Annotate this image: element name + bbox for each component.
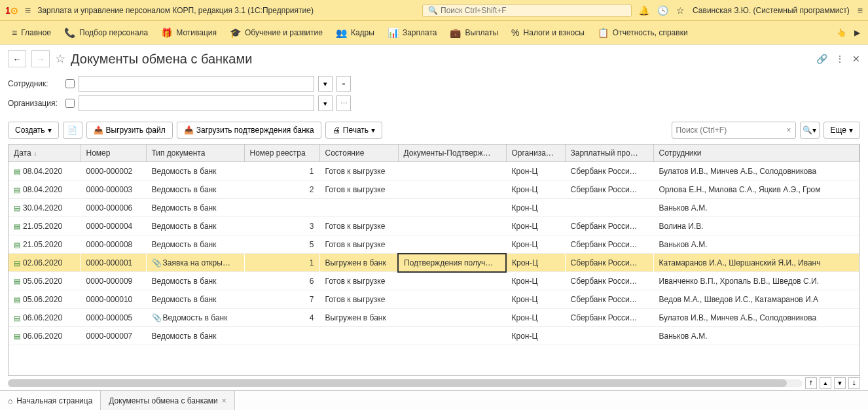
cell-employees[interactable]: Ведов М.А., Шведов И.С., Катамаранов И.А bbox=[653, 290, 859, 309]
cell-docs[interactable] bbox=[398, 272, 506, 290]
cell-registry[interactable]: 3 bbox=[244, 217, 319, 235]
cell-date[interactable]: ▤08.04.2020 bbox=[9, 162, 81, 180]
user-label[interactable]: Савинская З.Ю. (Системный программист) bbox=[693, 6, 850, 15]
cell-registry[interactable]: 6 bbox=[244, 272, 319, 290]
history-icon[interactable]: 🕓 bbox=[657, 5, 668, 16]
cell-state[interactable]: Готов к выгрузке bbox=[319, 180, 398, 199]
column-header[interactable]: Документы-Подтверж… bbox=[398, 145, 506, 162]
global-search[interactable]: 🔍 bbox=[422, 4, 632, 17]
nav-item-2[interactable]: 🎁Мотивация bbox=[154, 24, 223, 42]
cell-type[interactable]: 📎Заявка на откры… bbox=[146, 254, 244, 272]
kebab-icon[interactable]: ⋮ bbox=[835, 54, 844, 64]
cell-employees[interactable]: Ваньков А.М. bbox=[653, 235, 859, 254]
cell-date[interactable]: ▤21.05.2020 bbox=[9, 217, 81, 235]
filter-employee-dropdown[interactable]: ▾ bbox=[318, 76, 333, 92]
filter-employee-input[interactable] bbox=[79, 76, 314, 92]
cell-registry[interactable]: 2 bbox=[244, 180, 319, 199]
hamburger-icon[interactable]: ≡ bbox=[25, 5, 31, 16]
horizontal-scrollbar[interactable] bbox=[8, 379, 803, 387]
cell-org[interactable]: Крон-Ц bbox=[506, 254, 565, 272]
cell-docs[interactable] bbox=[398, 180, 506, 199]
cell-docs[interactable] bbox=[398, 199, 506, 217]
cell-project[interactable]: Сбербанк Росси… bbox=[565, 162, 653, 180]
cell-type[interactable]: Ведомость в банк bbox=[146, 327, 244, 345]
table-row[interactable]: ▤06.06.20200000-000007Ведомость в банкКр… bbox=[9, 327, 859, 345]
global-search-input[interactable] bbox=[441, 6, 626, 15]
favorite-star-icon[interactable]: ☆ bbox=[55, 52, 65, 66]
cell-state[interactable]: Выгружен в банк bbox=[319, 254, 398, 272]
cell-docs[interactable] bbox=[398, 309, 506, 327]
cell-project[interactable] bbox=[565, 327, 653, 345]
filter-org-dropdown[interactable]: ▾ bbox=[318, 95, 333, 111]
cell-registry[interactable] bbox=[244, 327, 319, 345]
filter-employee-open[interactable]: ▫ bbox=[336, 76, 351, 92]
cell-type[interactable]: 📎Ведомость в банк bbox=[146, 309, 244, 327]
column-header[interactable]: Дата↓ bbox=[9, 145, 81, 162]
scroll-top-button[interactable]: ⤒ bbox=[805, 377, 817, 389]
cell-type[interactable]: Ведомость в банк bbox=[146, 180, 244, 199]
cell-employees[interactable]: Булатов И.В., Минчев А.Б., Солодовникова bbox=[653, 162, 859, 180]
cell-org[interactable]: Крон-Ц bbox=[506, 162, 565, 180]
column-header[interactable]: Тип документа bbox=[146, 145, 244, 162]
cell-registry[interactable] bbox=[244, 199, 319, 217]
cell-type[interactable]: Ведомость в банк bbox=[146, 235, 244, 254]
menu-bars-icon[interactable]: ≡ bbox=[858, 5, 863, 16]
cell-employees[interactable]: Иванченко В.П., Хропаль В.В., Шведов С.И… bbox=[653, 272, 859, 290]
cell-type[interactable]: Ведомость в банк bbox=[146, 162, 244, 180]
nav-item-4[interactable]: 👥Кадры bbox=[329, 24, 381, 42]
cell-number[interactable]: 0000-000004 bbox=[81, 217, 146, 235]
cell-org[interactable]: Крон-Ц bbox=[506, 290, 565, 309]
cell-number[interactable]: 0000-000002 bbox=[81, 162, 146, 180]
import-button[interactable]: 📥Загрузить подтверждения банка bbox=[177, 122, 321, 139]
bottom-tab[interactable]: Документы обмена с банками× bbox=[101, 391, 234, 410]
table-row[interactable]: ▤02.06.20200000-000001📎Заявка на откры…1… bbox=[9, 254, 859, 272]
create-button[interactable]: Создать▾ bbox=[8, 122, 59, 139]
close-icon[interactable]: ✕ bbox=[852, 54, 860, 64]
cell-docs[interactable] bbox=[398, 327, 506, 345]
nav-item-8[interactable]: 📋Отчетность, справки bbox=[591, 24, 695, 42]
forward-button[interactable]: → bbox=[31, 50, 50, 67]
cell-project[interactable]: Сбербанк Росси… bbox=[565, 235, 653, 254]
print-button[interactable]: 🖨Печать▾ bbox=[325, 122, 382, 139]
bell-icon[interactable]: 🔔 bbox=[638, 5, 649, 16]
cell-docs[interactable]: Подтверждения получ… bbox=[398, 254, 506, 272]
cell-number[interactable]: 0000-000007 bbox=[81, 327, 146, 345]
nav-scroll-right[interactable]: ▶ bbox=[852, 26, 863, 40]
cell-employees[interactable]: Ваньков А.М. bbox=[653, 199, 859, 217]
cell-registry[interactable]: 1 bbox=[244, 162, 319, 180]
cell-date[interactable]: ▤06.06.2020 bbox=[9, 309, 81, 327]
cell-registry[interactable]: 4 bbox=[244, 309, 319, 327]
cell-org[interactable]: Крон-Ц bbox=[506, 309, 565, 327]
filter-org-checkbox[interactable] bbox=[65, 99, 75, 108]
cell-docs[interactable] bbox=[398, 217, 506, 235]
cell-number[interactable]: 0000-000005 bbox=[81, 309, 146, 327]
cell-date[interactable]: ▤06.06.2020 bbox=[9, 327, 81, 345]
table-row[interactable]: ▤05.06.20200000-000010Ведомость в банк7Г… bbox=[9, 290, 859, 309]
more-button[interactable]: Еще▾ bbox=[823, 122, 860, 139]
table-row[interactable]: ▤05.06.20200000-000009Ведомость в банк6Г… bbox=[9, 272, 859, 290]
column-header[interactable]: Сотрудники bbox=[653, 145, 859, 162]
cell-org[interactable]: Крон-Ц bbox=[506, 180, 565, 199]
cell-employees[interactable]: Волина И.В. bbox=[653, 217, 859, 235]
column-header[interactable]: Зарплатный про… bbox=[565, 145, 653, 162]
export-button[interactable]: 📤Выгрузить файл bbox=[86, 122, 173, 139]
cell-registry[interactable]: 1 bbox=[244, 254, 319, 272]
cell-project[interactable]: Сбербанк Росси… bbox=[565, 272, 653, 290]
cell-registry[interactable]: 7 bbox=[244, 290, 319, 309]
column-header[interactable]: Состояние bbox=[319, 145, 398, 162]
cell-project[interactable]: Сбербанк Росси… bbox=[565, 180, 653, 199]
cell-state[interactable]: Готов к выгрузке bbox=[319, 235, 398, 254]
cell-date[interactable]: ▤05.06.2020 bbox=[9, 290, 81, 309]
table-search-input[interactable] bbox=[672, 126, 783, 135]
cell-org[interactable]: Крон-Ц bbox=[506, 272, 565, 290]
cell-docs[interactable] bbox=[398, 235, 506, 254]
cell-type[interactable]: Ведомость в банк bbox=[146, 217, 244, 235]
cell-org[interactable]: Крон-Ц bbox=[506, 235, 565, 254]
cell-date[interactable]: ▤08.04.2020 bbox=[9, 180, 81, 199]
table-row[interactable]: ▤08.04.20200000-000003Ведомость в банк2Г… bbox=[9, 180, 859, 199]
cell-date[interactable]: ▤30.04.2020 bbox=[9, 199, 81, 217]
cell-date[interactable]: ▤21.05.2020 bbox=[9, 235, 81, 254]
nav-item-3[interactable]: 🎓Обучение и развитие bbox=[223, 24, 329, 42]
filter-org-open[interactable]: ⋯ bbox=[336, 95, 351, 111]
back-button[interactable]: ← bbox=[8, 50, 26, 67]
